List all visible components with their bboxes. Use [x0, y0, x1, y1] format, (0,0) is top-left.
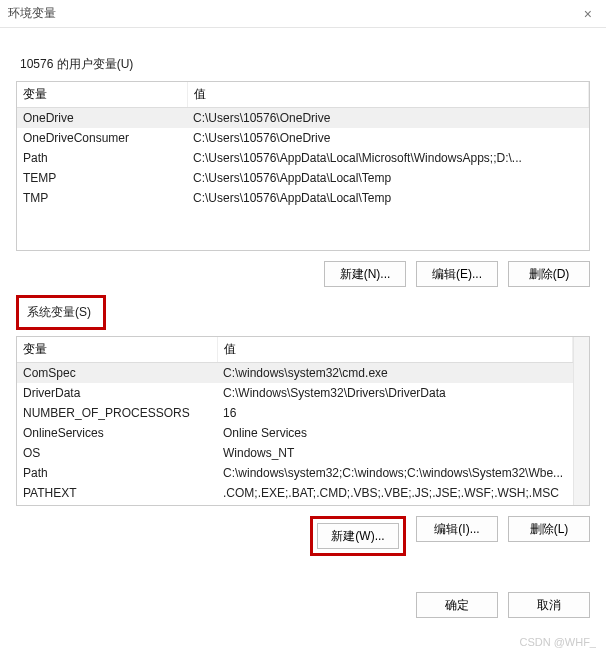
user-vars-table[interactable]: 变量 值 OneDriveC:\Users\10576\OneDrive One…	[17, 82, 589, 208]
user-vars-label: 10576 的用户变量(U)	[16, 54, 137, 75]
system-vars-label: 系统变量(S)	[23, 302, 95, 323]
system-delete-button[interactable]: 删除(L)	[508, 516, 590, 542]
system-vars-table-wrap: 变量 值 ComSpecC:\windows\system32\cmd.exe …	[16, 336, 590, 506]
table-row[interactable]: ComSpecC:\windows\system32\cmd.exe	[17, 363, 573, 384]
dialog-buttons: 确定 取消	[416, 574, 606, 628]
titlebar: 环境变量 ×	[0, 0, 606, 28]
table-row[interactable]: TMPC:\Users\10576\AppData\Local\Temp	[17, 188, 589, 208]
user-delete-button[interactable]: 删除(D)	[508, 261, 590, 287]
sys-col-var[interactable]: 变量	[17, 337, 217, 363]
watermark: CSDN @WHF_	[519, 636, 596, 648]
table-row[interactable]: OneDriveC:\Users\10576\OneDrive	[17, 108, 589, 129]
close-icon[interactable]: ×	[578, 6, 598, 22]
user-new-button[interactable]: 新建(N)...	[324, 261, 406, 287]
table-row[interactable]: OneDriveConsumerC:\Users\10576\OneDrive	[17, 128, 589, 148]
system-vars-label-highlight: 系统变量(S)	[16, 295, 106, 330]
user-col-val[interactable]: 值	[187, 82, 589, 108]
table-row[interactable]: PathC:\windows\system32;C:\windows;C:\wi…	[17, 463, 573, 483]
system-edit-button[interactable]: 编辑(I)...	[416, 516, 498, 542]
user-col-var[interactable]: 变量	[17, 82, 187, 108]
table-row[interactable]: PATHEXT.COM;.EXE;.BAT;.CMD;.VBS;.VBE;.JS…	[17, 483, 573, 503]
system-new-button[interactable]: 新建(W)...	[317, 523, 399, 549]
table-row[interactable]: PathC:\Users\10576\AppData\Local\Microso…	[17, 148, 589, 168]
table-row[interactable]: TEMPC:\Users\10576\AppData\Local\Temp	[17, 168, 589, 188]
table-row[interactable]: DriverDataC:\Windows\System32\Drivers\Dr…	[17, 383, 573, 403]
cancel-button[interactable]: 取消	[508, 592, 590, 618]
ok-button[interactable]: 确定	[416, 592, 498, 618]
scrollbar[interactable]	[573, 337, 589, 505]
system-vars-buttons: 新建(W)... 编辑(I)... 删除(L)	[16, 516, 590, 556]
system-new-button-highlight: 新建(W)...	[310, 516, 406, 556]
system-vars-table[interactable]: 变量 值 ComSpecC:\windows\system32\cmd.exe …	[17, 337, 573, 503]
sys-col-val[interactable]: 值	[217, 337, 573, 363]
table-row[interactable]: OSWindows_NT	[17, 443, 573, 463]
user-edit-button[interactable]: 编辑(E)...	[416, 261, 498, 287]
table-row[interactable]: OnlineServicesOnline Services	[17, 423, 573, 443]
user-vars-table-wrap: 变量 值 OneDriveC:\Users\10576\OneDrive One…	[16, 81, 590, 251]
table-row[interactable]: NUMBER_OF_PROCESSORS16	[17, 403, 573, 423]
window-title: 环境变量	[8, 5, 56, 22]
user-vars-buttons: 新建(N)... 编辑(E)... 删除(D)	[16, 261, 590, 287]
